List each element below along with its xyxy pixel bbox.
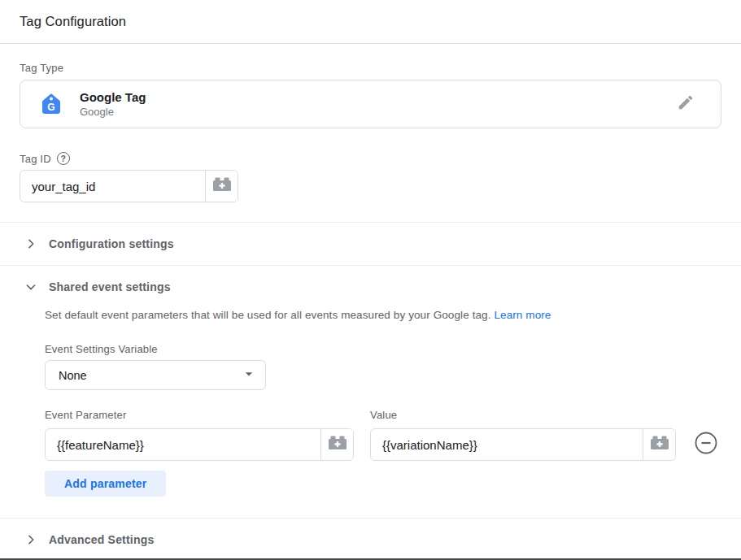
- event-parameter-input-group: [45, 428, 354, 461]
- section-configuration-settings[interactable]: Configuration settings: [0, 223, 741, 265]
- chevron-right-icon: [24, 533, 37, 546]
- svg-text:G: G: [47, 102, 54, 113]
- learn-more-link[interactable]: Learn more: [494, 309, 551, 321]
- remove-parameter-button[interactable]: [694, 432, 718, 457]
- tag-type-name: Google Tag: [80, 90, 675, 104]
- parameter-column-labels: Event Parameter Value: [45, 409, 721, 421]
- brick-plus-icon: [328, 435, 347, 454]
- top-content: Tag Type G Google Tag Google: [0, 62, 741, 202]
- pencil-icon: [677, 93, 695, 115]
- tag-id-label-row: Tag ID ?: [20, 152, 721, 165]
- value-input-group: [370, 428, 676, 461]
- value-label: Value: [370, 409, 397, 421]
- help-icon[interactable]: ?: [57, 152, 70, 165]
- brick-plus-icon: [212, 176, 232, 196]
- section-advanced-settings[interactable]: Advanced Settings: [0, 519, 741, 560]
- value-variable-picker-button[interactable]: [643, 429, 675, 460]
- value-input[interactable]: [371, 429, 643, 460]
- section-shared-event-settings[interactable]: Shared event settings: [0, 266, 741, 303]
- parameter-variable-picker-button[interactable]: [320, 429, 353, 460]
- tag-id-label: Tag ID: [20, 153, 51, 165]
- add-parameter-button[interactable]: Add parameter: [45, 471, 166, 497]
- brick-plus-icon: [650, 435, 669, 454]
- tag-id-variable-picker-button[interactable]: [205, 171, 238, 202]
- shared-event-settings-body: Set default event parameters that will b…: [0, 309, 741, 497]
- tag-id-input-group: [20, 170, 238, 202]
- select-value: None: [59, 369, 241, 382]
- event-parameter-input[interactable]: [46, 429, 320, 460]
- page-title: Tag Configuration: [20, 14, 126, 29]
- tag-type-card[interactable]: G Google Tag Google: [20, 80, 721, 128]
- section-title: Configuration settings: [49, 237, 174, 250]
- tag-type-info: Google Tag Google: [80, 90, 675, 118]
- description-text: Set default event parameters that will b…: [45, 309, 491, 321]
- tag-type-label: Tag Type: [20, 62, 721, 74]
- edit-tag-type-button[interactable]: [675, 93, 696, 115]
- tag-id-input[interactable]: [20, 171, 205, 202]
- section-title: Shared event settings: [49, 280, 171, 293]
- tag-id-block: Tag ID ?: [20, 152, 721, 202]
- chevron-down-icon: [24, 280, 37, 293]
- shared-settings-description: Set default event parameters that will b…: [45, 309, 721, 321]
- tag-configuration-panel: Tag Configuration Tag Type G Google Tag …: [0, 0, 741, 560]
- panel-header: Tag Configuration: [0, 0, 741, 44]
- tag-type-vendor: Google: [80, 106, 675, 118]
- event-settings-variable-select[interactable]: None: [45, 360, 266, 390]
- remove-circle-icon: [694, 431, 718, 458]
- parameter-row: [45, 428, 721, 461]
- event-settings-variable-label: Event Settings Variable: [45, 343, 721, 355]
- chevron-right-icon: [24, 237, 37, 250]
- arrow-drop-down-icon: [241, 366, 257, 385]
- section-title: Advanced Settings: [49, 533, 154, 546]
- google-tag-icon: G: [40, 93, 63, 115]
- event-parameter-label: Event Parameter: [45, 409, 370, 421]
